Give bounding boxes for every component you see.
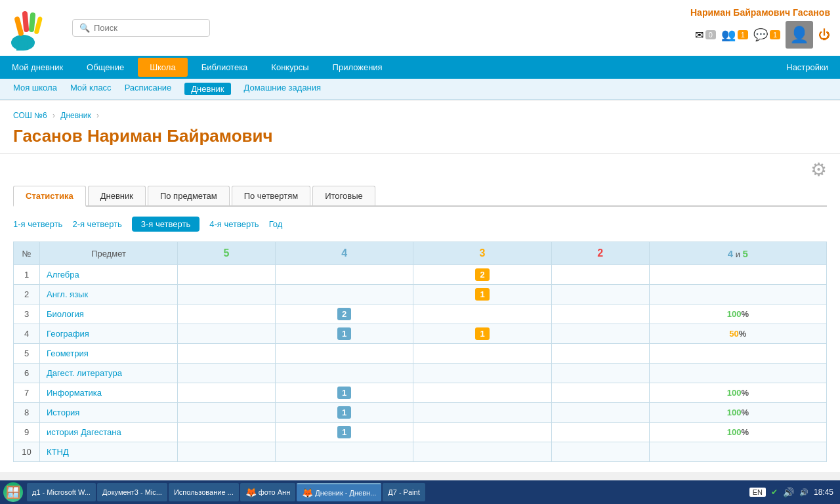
cell-num: 2 <box>14 285 40 304</box>
col-5: 5 <box>178 242 276 265</box>
table-row: 2Англ. язык1 <box>14 285 827 304</box>
cell-grade5 <box>178 304 276 324</box>
breadcrumb-diary[interactable]: Дневник <box>60 111 91 120</box>
messages-icon: 💬 <box>753 28 768 42</box>
cell-combined <box>649 285 826 304</box>
user-name: Нариман Байрамович Гасанов <box>690 7 830 18</box>
cell-subject[interactable]: Биология <box>40 304 178 324</box>
taskbar-item-4[interactable]: 🦊 фото Анн <box>240 483 296 501</box>
quarter-year[interactable]: Год <box>269 219 283 229</box>
cell-num: 7 <box>14 383 40 403</box>
cell-num: 3 <box>14 304 40 324</box>
nav-item-apps[interactable]: Приложения <box>321 56 394 79</box>
cell-num: 6 <box>14 364 40 383</box>
cell-grade3 <box>413 304 551 324</box>
cell-grade5 <box>178 403 276 423</box>
svg-rect-4 <box>33 16 43 35</box>
cell-grade3 <box>413 442 551 462</box>
avatar[interactable]: 👤 <box>786 21 813 49</box>
cell-combined <box>649 442 826 462</box>
quarter-3[interactable]: 3-я четверть <box>132 217 200 232</box>
cell-subject[interactable]: Информатика <box>40 383 178 403</box>
nav-item-communication[interactable]: Общение <box>75 56 136 79</box>
col-45: 4 и 5 <box>649 242 826 265</box>
cell-grade2 <box>551 423 649 442</box>
cell-combined: 100% <box>649 304 826 324</box>
cell-num: 4 <box>14 324 40 344</box>
col-num: № <box>14 242 40 265</box>
cell-grade2 <box>551 285 649 304</box>
nav-item-diary[interactable]: Мой дневник <box>0 56 75 79</box>
breadcrumb-school[interactable]: СОШ №6 <box>13 111 47 120</box>
search-input[interactable] <box>94 23 199 33</box>
taskbar-item-2[interactable]: Документ3 - Mic... <box>97 483 167 501</box>
cell-grade5 <box>178 364 276 383</box>
cell-subject[interactable]: история Дагестана <box>40 423 178 442</box>
main-nav: Мой дневник Общение Школа Библиотека Кон… <box>0 56 840 79</box>
cell-grade2 <box>551 442 649 462</box>
table-row: 3Биология2100% <box>14 304 827 324</box>
cell-grade4 <box>275 344 413 364</box>
nav-item-library[interactable]: Библиотека <box>190 56 260 79</box>
gear-icon[interactable]: ⚙ <box>810 159 827 180</box>
cell-grade3: 2 <box>413 265 551 285</box>
subnav-my-school[interactable]: Моя школа <box>13 83 57 95</box>
nav-item-contests[interactable]: Конкурсы <box>259 56 320 79</box>
cell-combined: 100% <box>649 423 826 442</box>
avatar-img: 👤 <box>789 26 809 44</box>
mail-icon-area[interactable]: ✉ 0 <box>695 29 716 41</box>
cell-num: 5 <box>14 344 40 364</box>
logo: D <box>10 3 62 52</box>
friends-count: 1 <box>738 30 748 39</box>
cell-grade2 <box>551 344 649 364</box>
taskbar-item-1[interactable]: д1 - Microsoft W... <box>27 483 96 501</box>
taskbar: 🪟 д1 - Microsoft W... Документ3 - Mic...… <box>0 480 840 504</box>
cell-subject[interactable]: КТНД <box>40 442 178 462</box>
start-button[interactable]: 🪟 <box>3 482 23 502</box>
cell-subject[interactable]: География <box>40 324 178 344</box>
cell-subject[interactable]: Геометрия <box>40 344 178 364</box>
power-icon[interactable]: ⏻ <box>818 28 830 42</box>
cell-grade3 <box>413 364 551 383</box>
cell-num: 9 <box>14 423 40 442</box>
messages-count: 1 <box>770 30 780 39</box>
nav-settings[interactable]: Настройки <box>774 56 840 79</box>
quarter-4[interactable]: 4-я четверть <box>209 219 259 229</box>
tab-by-quarter[interactable]: По четвертям <box>232 186 311 205</box>
tab-statistics[interactable]: Статистика <box>13 186 86 207</box>
svg-rect-2 <box>22 11 30 33</box>
cell-grade2 <box>551 403 649 423</box>
quarter-1[interactable]: 1-я четверть <box>13 219 62 229</box>
quarter-2[interactable]: 2-я четверть <box>72 219 121 229</box>
tab-diary[interactable]: Дневник <box>88 186 146 205</box>
cell-subject[interactable]: Англ. язык <box>40 285 178 304</box>
breadcrumb-sep1: › <box>52 111 55 120</box>
cell-subject[interactable]: Алгебра <box>40 265 178 285</box>
friends-icon-area[interactable]: 👥 1 <box>721 28 748 42</box>
grades-table: № Предмет 5 4 3 2 4 и 5 1Алгебра22Англ. … <box>13 242 827 462</box>
cell-subject[interactable]: Дагест. литература <box>40 364 178 383</box>
cell-subject[interactable]: История <box>40 403 178 423</box>
subnav-my-class[interactable]: Мой класс <box>70 83 112 95</box>
lang-button[interactable]: EN <box>749 488 766 497</box>
mail-icon: ✉ <box>695 29 704 41</box>
tab-final[interactable]: Итоговые <box>312 186 375 205</box>
table-row: 9история Дагестана1100% <box>14 423 827 442</box>
cell-grade2 <box>551 324 649 344</box>
nav-item-school[interactable]: Школа <box>138 58 188 77</box>
tray-volume: 🔊 <box>799 488 808 497</box>
col-3: 3 <box>413 242 551 265</box>
messages-icon-area[interactable]: 💬 1 <box>753 28 780 42</box>
cell-num: 1 <box>14 265 40 285</box>
taskbar-item-3[interactable]: Использование ... <box>169 483 239 501</box>
subnav-schedule[interactable]: Расписание <box>125 83 172 95</box>
cell-grade4: 2 <box>275 304 413 324</box>
tray-icon-1: ✔ <box>771 488 778 497</box>
taskbar-item-6[interactable]: Д7 - Paint <box>383 483 425 501</box>
search-box[interactable]: 🔍 <box>72 19 210 37</box>
tabs: Статистика Дневник По предметам По четве… <box>13 186 827 207</box>
taskbar-item-5[interactable]: 🦊 Дневник - Дневн... <box>297 483 381 501</box>
tab-by-subject[interactable]: По предметам <box>148 186 230 205</box>
subnav-diary[interactable]: Дневник <box>184 83 230 95</box>
subnav-homework[interactable]: Домашние задания <box>244 83 322 95</box>
